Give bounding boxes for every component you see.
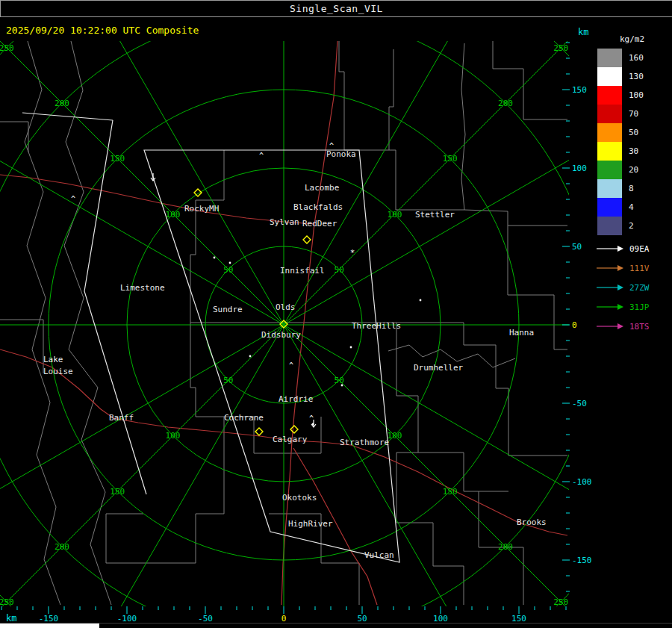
city-label: Stettler [415,210,455,220]
city-label: Brooks [517,517,547,527]
city-label: Cochrane [224,413,264,423]
colorbar-level: 2 [597,217,672,235]
city-label: Didsbury [261,330,301,340]
color-scale-rows: 16013010070503020842 [597,49,672,235]
radar-scan-sector [22,113,399,562]
colorbar-level: 160 [597,49,672,67]
y-axis-label: 0 [572,320,577,330]
range-ring-label: 50 [335,376,344,385]
city-label: Innisfail [280,266,325,276]
city-label: Hanna [509,328,534,338]
city-label: Sylvan [270,217,299,227]
city-label: Limestone [120,283,165,293]
colorbar-level: 130 [597,67,672,86]
colorbar-swatch [597,142,622,161]
town-caret-marker: ^ [309,414,314,423]
city-label: Airdrie [279,394,313,404]
track-legend-item: 18TS [595,317,650,336]
city-label: Okotoks [282,493,317,503]
range-ring-label: 200 [55,542,69,552]
colorbar-level: 20 [597,161,672,179]
colorbar-value: 130 [622,72,644,81]
scan-timestamp: 2025/09/20 10:22:00 UTC Composite [6,25,199,36]
city-label: Strathmore [340,438,389,447]
storm-centroid-dot [229,262,231,264]
colorbar-value: 8 [622,184,634,193]
x-axis-unit-label: km [6,613,16,624]
track-legend-item: 111V [595,258,650,278]
range-ring-label: 200 [498,99,513,108]
range-ring-label: 250 [553,597,568,607]
town-caret-marker: ^ [71,195,75,203]
azimuth-line [0,0,672,628]
colorbar-level: 4 [597,198,672,217]
range-ring-label: 50 [223,265,233,275]
azimuth-line [0,0,582,628]
azimuth-line [0,0,672,628]
storm-centroid-dot [341,385,343,387]
range-ring-label: 100 [388,210,402,220]
colorbar-swatch [597,161,622,179]
range-ring-label: 50 [223,376,233,385]
y-axis-label: 50 [572,242,582,252]
colorbar-swatch [597,67,622,86]
storm-motion-arrow-icon [151,173,155,181]
colorbar-level: 8 [597,179,672,198]
window-title: Single_Scan_VIL [290,3,383,14]
colorbar-swatch [597,86,622,105]
range-ring-label: 100 [166,431,181,441]
track-id-label: 18TS [625,322,650,332]
y-axis-label: -150 [572,556,592,565]
y-axis-label: 100 [572,164,587,173]
city-label: RedDeer [302,219,337,228]
range-ring [0,0,672,628]
y-axis-unit-label: km [578,27,588,37]
storm-centroid-dot [420,299,422,302]
city-label: Lake [43,355,63,364]
radar-map-display[interactable]: 5050505010010010010015015015015020020020… [0,0,672,628]
town-caret-marker: ^ [329,142,334,150]
storm-centroid-dot [350,346,352,349]
city-label: Calgary [273,435,308,444]
track-arrow-icon [595,322,625,331]
range-ring-label: 150 [443,487,458,497]
range-ring-label: 150 [110,487,125,497]
city-label: Olds [276,302,296,312]
range-ring-label: 200 [498,542,513,552]
colorbar-level: 50 [597,123,672,142]
range-ring-label: 100 [388,431,402,441]
city-label: Vulcan [364,550,394,560]
y-axis-label: -50 [572,399,587,408]
scrollbar-thumb[interactable] [0,624,99,628]
colorbar-swatch [597,105,622,123]
town-caret-marker: ^ [259,152,264,160]
city-label: Blackfalds [293,202,343,212]
track-arrow-icon [595,244,625,253]
track-arrow-icon [595,302,625,311]
colorbar-swatch [597,179,622,198]
range-ring-label: 150 [443,154,458,164]
storm-track-legend: 09EA111V27ZW31JP18TS [595,239,650,336]
colorbar-value: 100 [622,90,644,100]
radar-site-marker [290,426,298,433]
city-label: Lacombe [305,183,339,193]
azimuth-line [0,0,582,628]
window-titlebar: Single_Scan_VIL [0,0,672,17]
city-label: Louise [43,367,73,376]
colorbar-swatch [597,49,622,67]
colorbar-swatch [597,198,622,217]
track-id-label: 27ZW [625,283,650,293]
horizontal-scrollbar[interactable] [0,623,672,628]
town-caret-marker: ^ [289,361,293,370]
city-label: Sundre [213,305,243,314]
y-axis-label: 150 [572,85,587,95]
storm-centroid-dot [249,355,252,358]
track-id-label: 31JP [625,302,650,312]
range-ring-label: 100 [166,210,181,220]
y-axis-label: -100 [572,477,592,487]
colorbar-value: 50 [622,128,638,137]
track-legend-item: 09EA [595,239,650,258]
city-label: ThreeHills [352,321,401,331]
city-label: Banff [109,413,134,423]
colorbar-value: 2 [622,221,634,231]
